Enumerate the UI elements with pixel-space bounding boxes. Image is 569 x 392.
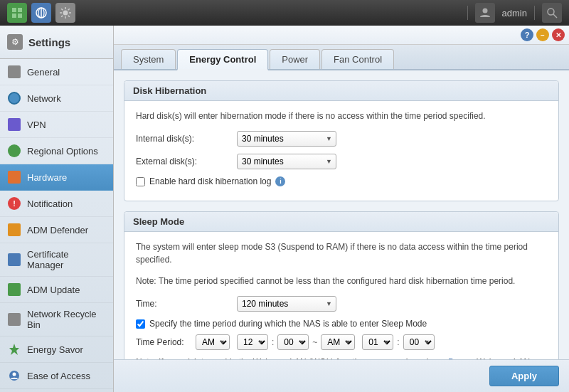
hour-select-2[interactable]: 01020304 05060708 09101112 (362, 334, 393, 350)
sidebar-item-factory[interactable]: Factory Default (0, 389, 113, 392)
update-icon (7, 282, 21, 297)
sleep-mode-header: Sleep Mode (124, 212, 558, 232)
ease-icon (7, 369, 21, 383)
topbar-app-icon-2[interactable] (31, 3, 51, 23)
main-container: ⚙ Settings General Network VPN Regional … (0, 26, 569, 392)
sidebar-item-vpn[interactable]: VPN (0, 112, 113, 138)
sidebar-label-hardware: Hardware (27, 172, 67, 183)
settings-icon: ⚙ (7, 34, 23, 50)
close-button[interactable]: ✕ (552, 28, 565, 41)
sleep-time-select[interactable]: 30 minutes 60 minutes 90 minutes 120 min… (237, 296, 336, 312)
sidebar-label-network: Network (27, 93, 61, 104)
internal-disk-select[interactable]: 30 minutes 10 minutes 20 minutes 45 minu… (237, 131, 336, 147)
sidebar-label-cert: Certificate Manager (27, 249, 106, 270)
search-icon[interactable] (542, 3, 562, 23)
topbar-right: admin (467, 3, 562, 23)
sidebar-label-notification: Notification (27, 198, 73, 209)
am-select-2-wrapper: AM PM (321, 334, 355, 350)
am-select-1[interactable]: AM PM (196, 334, 230, 350)
enable-log-checkbox[interactable] (136, 177, 145, 186)
sidebar-item-network[interactable]: Network (0, 85, 113, 112)
content-scroll: Disk Hibernation Hard disk(s) will enter… (114, 70, 569, 359)
minimize-button[interactable]: − (536, 28, 549, 41)
sleep-time-select-wrapper: 30 minutes 60 minutes 90 minutes 120 min… (237, 296, 336, 312)
cert-icon (7, 253, 21, 267)
enable-log-label: Enable hard disk hibernation log (149, 176, 271, 186)
sidebar-label-regional: Regional Options (27, 146, 98, 157)
disk-hibernation-body: Hard disk(s) will enter hibernation mode… (124, 101, 558, 201)
tab-system[interactable]: System (121, 49, 176, 69)
sleep-mode-title: Sleep Mode (133, 216, 184, 227)
specify-period-row: Specify the time period during which the… (136, 319, 547, 329)
min-select-2-wrapper: 00153045 (403, 334, 435, 350)
sleep-mode-desc1: The system will enter sleep mode S3 (Sus… (136, 240, 547, 266)
svg-rect-2 (12, 14, 16, 18)
disk-hibernation-desc: Hard disk(s) will enter hibernation mode… (136, 110, 547, 122)
notification-icon: ! (7, 196, 21, 211)
tab-power[interactable]: Power (270, 49, 320, 69)
svg-rect-3 (18, 14, 22, 18)
sidebar-item-regional[interactable]: Regional Options (0, 138, 113, 164)
svg-point-12 (13, 373, 16, 376)
sidebar-item-general[interactable]: General (0, 59, 113, 85)
sidebar-item-energy[interactable]: Energy Savor (0, 337, 113, 363)
sleep-mode-desc2: Note: The time period specified cannot b… (136, 275, 547, 287)
tilde-sep: ~ (312, 337, 318, 347)
svg-point-8 (482, 9, 487, 14)
svg-rect-1 (18, 8, 22, 12)
time-period-label: Time Period: (136, 337, 193, 347)
disk-hibernation-section: Disk Hibernation Hard disk(s) will enter… (124, 80, 559, 201)
sleep-mode-section: Sleep Mode The system will enter sleep m… (124, 211, 559, 359)
sidebar-item-ease[interactable]: Ease of Access (0, 363, 113, 389)
tab-energy-control[interactable]: Energy Control (177, 49, 268, 70)
external-disk-select[interactable]: 30 minutes 10 minutes 20 minutes 45 minu… (237, 154, 336, 169)
recycle-icon (7, 312, 21, 327)
username-label: admin (502, 8, 527, 18)
sidebar-label-update: ADM Update (27, 285, 80, 295)
sidebar-item-hardware[interactable]: Hardware (0, 164, 113, 191)
sidebar-label-energy: Energy Savor (27, 344, 83, 355)
enable-log-row: Enable hard disk hibernation log i (136, 176, 547, 186)
sidebar-item-recycle[interactable]: Network Recycle Bin (0, 303, 113, 337)
sidebar-label-recycle: Network Recycle Bin (27, 309, 106, 330)
help-button[interactable]: ? (521, 28, 533, 41)
external-disk-select-wrapper: 30 minutes 10 minutes 20 minutes 45 minu… (237, 154, 336, 169)
tab-fan-control[interactable]: Fan Control (321, 49, 394, 69)
sleep-time-row: Time: 30 minutes 60 minutes 90 minutes 1… (136, 296, 547, 312)
energy-icon (7, 342, 21, 356)
tabs-bar: System Energy Control Power Fan Control (114, 45, 569, 70)
adm-icon (7, 223, 21, 237)
sidebar-item-update[interactable]: ADM Update (0, 277, 113, 303)
content-area: ? − ✕ System Energy Control Power Fan Co… (114, 26, 569, 392)
min-select-2[interactable]: 00153045 (403, 334, 435, 350)
sidebar-item-cert[interactable]: Certificate Manager (0, 243, 113, 277)
sep2: : (271, 337, 275, 347)
specify-period-checkbox[interactable] (136, 319, 145, 329)
sidebar-label-general: General (27, 67, 60, 78)
min-select-1[interactable]: 00153045 (277, 334, 309, 350)
hour-select-1[interactable]: 01020304 05060708 09101112 (237, 334, 268, 350)
internal-disk-label: Internal disk(s): (136, 134, 228, 144)
topbar-app-icon-3[interactable] (55, 3, 75, 23)
info-icon[interactable]: i (275, 176, 285, 186)
sidebar-item-notification[interactable]: ! Notification (0, 191, 113, 217)
sep4: : (396, 337, 400, 347)
internal-disk-select-wrapper: 30 minutes 10 minutes 20 minutes 45 minu… (237, 131, 336, 147)
topbar-divider (467, 6, 468, 20)
topbar-left (7, 3, 75, 23)
svg-line-10 (553, 14, 557, 18)
sidebar-label-vpn: VPN (27, 120, 46, 130)
vpn-icon (7, 117, 21, 132)
hour-select-1-wrapper: 01020304 05060708 09101112 (237, 334, 268, 350)
user-icon[interactable] (475, 3, 495, 23)
topbar-app-icon-1[interactable] (7, 3, 27, 23)
min-select-1-wrapper: 00153045 (277, 334, 309, 350)
sidebar-item-adm-defender[interactable]: ADM Defender (0, 217, 113, 243)
svg-point-7 (63, 11, 68, 16)
am-select-2[interactable]: AM PM (321, 334, 355, 350)
specify-period-label: Specify the time period during which the… (149, 319, 427, 329)
topbar: admin (0, 0, 569, 26)
sidebar-header: ⚙ Settings (0, 26, 113, 59)
apply-button[interactable]: Apply (489, 366, 559, 386)
network-icon (7, 91, 21, 105)
